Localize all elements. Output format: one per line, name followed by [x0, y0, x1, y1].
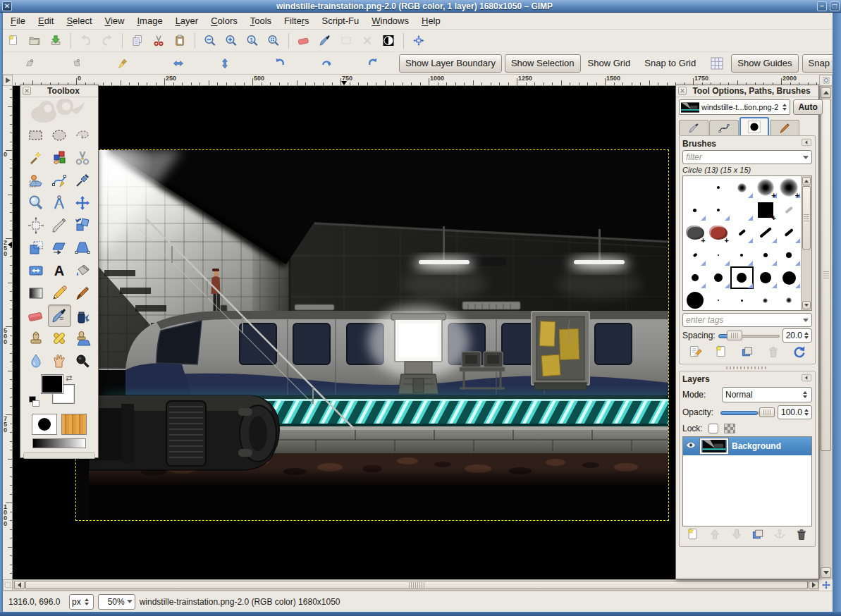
- active-brush-indicator[interactable]: [32, 414, 57, 435]
- label-show-grid[interactable]: Show Grid: [588, 58, 631, 68]
- brush-item[interactable]: [683, 289, 706, 312]
- shear-a-icon[interactable]: [20, 54, 40, 73]
- lock-alpha-icon[interactable]: [724, 424, 735, 433]
- refresh-brushes-icon[interactable]: [792, 345, 806, 362]
- rotate-right-icon[interactable]: [363, 54, 383, 73]
- tool-airbrush[interactable]: [48, 304, 71, 327]
- foreground-color-swatch[interactable]: [42, 375, 63, 393]
- tool-shear[interactable]: [48, 237, 71, 259]
- tab-tool-options[interactable]: [679, 120, 708, 135]
- dock-close-icon[interactable]: ✕: [678, 87, 687, 95]
- shear-b-icon[interactable]: [67, 54, 87, 73]
- clean-brush-icon[interactable]: [113, 54, 133, 73]
- opacity-slider[interactable]: [720, 407, 775, 417]
- eraser-tool-icon[interactable]: [293, 31, 314, 51]
- tool-crop[interactable]: [48, 214, 71, 237]
- menu-edit[interactable]: Edit: [32, 13, 60, 28]
- brush-item[interactable]: [754, 244, 777, 266]
- brush-item[interactable]: [754, 289, 777, 312]
- black-white-icon[interactable]: [378, 31, 399, 51]
- layer-row[interactable]: Background: [683, 437, 811, 455]
- tool-heal[interactable]: [48, 327, 71, 350]
- tool-clone[interactable]: [25, 327, 48, 350]
- menu-script-fu[interactable]: Script-Fu: [316, 13, 366, 28]
- anchor-layer-icon[interactable]: [773, 527, 787, 544]
- brush-item[interactable]: [730, 221, 754, 244]
- rotate-left-icon[interactable]: [270, 54, 290, 73]
- selection-tool-icon[interactable]: [336, 31, 357, 51]
- brush-tags-input[interactable]: enter tags: [682, 313, 812, 327]
- delete-brush-icon[interactable]: [766, 345, 780, 362]
- copy-icon[interactable]: [127, 31, 148, 51]
- zoom-fit-icon[interactable]: [263, 31, 284, 51]
- tool-fuzzy-select[interactable]: [25, 147, 48, 169]
- tool-align[interactable]: [25, 214, 48, 237]
- toggle-show-selection[interactable]: Show Selection: [505, 54, 581, 73]
- zoom-follow-window-button[interactable]: [819, 75, 833, 86]
- toolbox-window[interactable]: ✕ Toolbox A ⇄: [20, 85, 99, 458]
- chevron-down-icon[interactable]: [803, 319, 809, 322]
- brush-item[interactable]: [778, 244, 801, 266]
- tool-flip[interactable]: [25, 259, 48, 282]
- unit-spinner[interactable]: [83, 598, 91, 605]
- dock-splitter[interactable]: [676, 364, 818, 371]
- brush-filter-input[interactable]: filter: [682, 150, 812, 164]
- visibility-eye-icon[interactable]: [685, 440, 696, 452]
- chevron-down-icon[interactable]: [803, 156, 809, 159]
- new-layer-icon[interactable]: [686, 527, 700, 544]
- delete-layer-icon[interactable]: [794, 527, 809, 544]
- brush-item[interactable]: [683, 244, 706, 266]
- color-area[interactable]: ⇄: [20, 372, 98, 412]
- tool-scissors[interactable]: [71, 147, 94, 169]
- menu-select[interactable]: Select: [60, 13, 98, 28]
- maximize-button[interactable]: □: [830, 1, 840, 11]
- opacity-spinbox[interactable]: 100.0: [778, 405, 812, 419]
- edit-brush-icon[interactable]: [688, 345, 702, 362]
- navigation-button[interactable]: [819, 579, 833, 591]
- panel-menu-icon[interactable]: [801, 373, 812, 386]
- brush-item[interactable]: [706, 289, 730, 312]
- tool-gradient[interactable]: [25, 282, 48, 304]
- tool-pencil[interactable]: [48, 282, 71, 304]
- brush-item[interactable]: [730, 176, 754, 199]
- toggle-show-layer-boundary[interactable]: Show Layer Boundary: [399, 54, 502, 73]
- menu-layer[interactable]: Layer: [169, 13, 205, 28]
- brush-item[interactable]: [778, 199, 801, 221]
- tool-move[interactable]: [71, 192, 94, 214]
- menu-filters[interactable]: Filters: [278, 13, 315, 28]
- tool-scale[interactable]: [25, 237, 48, 259]
- horizontal-scrollbar[interactable]: [13, 579, 819, 591]
- close-button[interactable]: ✕: [2, 1, 12, 11]
- brush-item[interactable]: [730, 244, 754, 266]
- brush-item[interactable]: [754, 221, 777, 244]
- spacing-slider[interactable]: [718, 331, 780, 340]
- menu-view[interactable]: View: [99, 13, 131, 28]
- rotate-180-icon[interactable]: [317, 54, 336, 73]
- menu-windows[interactable]: Windows: [365, 13, 415, 28]
- brush-item[interactable]: [730, 266, 754, 289]
- default-colors-icon[interactable]: [29, 396, 40, 407]
- undo-icon[interactable]: [75, 31, 97, 51]
- tool-text[interactable]: A: [48, 259, 71, 282]
- tool-measure[interactable]: [48, 192, 71, 214]
- opacity-spinner[interactable]: [802, 409, 810, 416]
- image-menu-button[interactable]: [3, 75, 13, 86]
- dock-window[interactable]: ✕ Tool Options, Paths, Brushes windstill…: [675, 85, 819, 579]
- auto-button[interactable]: Auto: [793, 99, 822, 115]
- duplicate-brush-icon[interactable]: [740, 345, 754, 362]
- brush-item[interactable]: +: [706, 221, 730, 244]
- navigate-icon[interactable]: [408, 31, 429, 51]
- tool-dodge-burn[interactable]: [71, 350, 94, 372]
- mode-select[interactable]: Normal: [722, 387, 812, 402]
- titlebar[interactable]: ✕ windstille-trainstation.png-2.0 (RGB c…: [0, 0, 841, 13]
- swap-colors-icon[interactable]: ⇄: [66, 374, 72, 383]
- redo-icon[interactable]: [97, 31, 118, 51]
- tool-color-picker[interactable]: [71, 169, 94, 192]
- brush-item[interactable]: [730, 199, 754, 221]
- tab-paths-tab[interactable]: [709, 120, 739, 135]
- tool-perspective[interactable]: [71, 237, 94, 259]
- tool-ink[interactable]: [71, 304, 94, 327]
- spacing-spinbox[interactable]: 20.0: [782, 328, 812, 343]
- brush-item[interactable]: [730, 289, 754, 312]
- brush-item[interactable]: [706, 176, 730, 199]
